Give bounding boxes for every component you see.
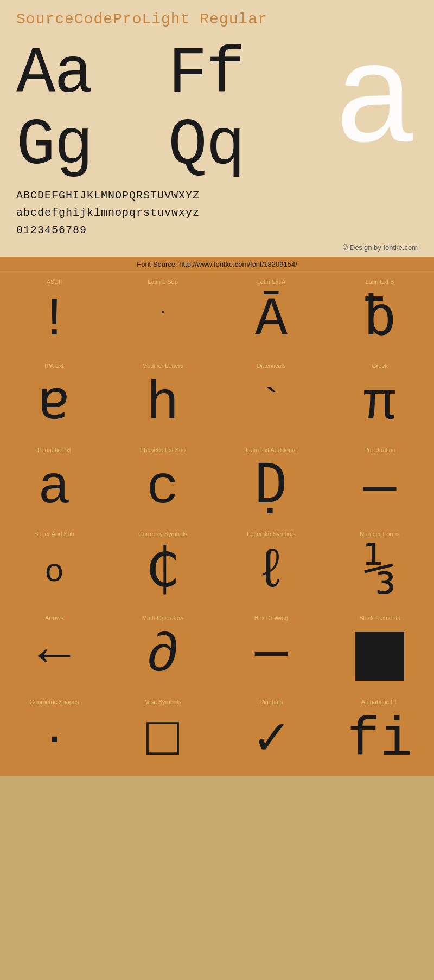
grid-cell-phoneticext: Phonetic Ext a xyxy=(0,440,108,524)
grid-cell-ipaext: IPA Ext ɐ xyxy=(0,356,108,440)
grid-cell-diacriticals: Diacriticals ` xyxy=(217,356,326,440)
cell-glyph-greek: π xyxy=(328,371,432,438)
grid-cell-currency: Currency Symbols ₵ xyxy=(108,524,217,608)
grid-cell-latin1sup: Latin 1 Sup · xyxy=(108,272,217,356)
cell-glyph-latin1sup: · xyxy=(111,287,215,354)
grid-cell-boxdrawing: Box Drawing ─ xyxy=(217,608,326,692)
grid-cell-punctuation: Punctuation — xyxy=(326,440,434,524)
cell-label-ascii: ASCII xyxy=(47,276,62,286)
cell-label-currency: Currency Symbols xyxy=(138,528,187,538)
cell-glyph-latinextadd: Ḍ xyxy=(219,455,323,522)
black-square-shape xyxy=(355,632,404,681)
letter-group-row1: Aa Ff xyxy=(16,38,244,110)
cell-label-punctuation: Punctuation xyxy=(364,444,395,454)
glyph-grid: ASCII ! Latin 1 Sup · Latin Ext A Ā Lati… xyxy=(0,272,434,776)
cell-label-greek: Greek xyxy=(372,360,388,370)
cell-glyph-arrows: ← xyxy=(2,623,106,690)
grid-cell-dingbats: Dingbats ✓ xyxy=(217,692,326,776)
cell-glyph-ipaext: ɐ xyxy=(2,371,106,438)
cell-glyph-diacriticals: ` xyxy=(219,371,323,438)
grid-cell-greek: Greek π xyxy=(326,356,434,440)
grid-cell-ascii: ASCII ! xyxy=(0,272,108,356)
top-section: SourceCodeProLight Regular Aa Ff Gg Qq a… xyxy=(0,0,434,257)
cell-label-alphabeticpf: Alphabetic PF xyxy=(361,697,398,706)
cell-label-blockelements: Block Elements xyxy=(359,612,400,622)
cell-label-miscsymbols: Misc Symbols xyxy=(144,697,181,706)
cell-glyph-phoneticextsup: c xyxy=(111,455,215,522)
copyright: © Design by fontke.com xyxy=(16,243,418,252)
grid-cell-geometricshapes: Geometric Shapes ▪ xyxy=(0,692,108,776)
grid-cell-mathoperators: Math Operators ∂ xyxy=(108,608,217,692)
source-bar: Font Source: http://www.fontke.com/font/… xyxy=(0,257,434,272)
cell-glyph-punctuation: — xyxy=(328,455,432,522)
cell-label-modletters: Modifier Letters xyxy=(142,360,183,370)
cell-label-phoneticext: Phonetic Ext xyxy=(37,444,71,454)
grid-cell-superandsub: Super And Sub o xyxy=(0,524,108,608)
alphabet-section: ABCDEFGHIJKLMNOPQRSTUVWXYZ abcdefghijklm… xyxy=(16,187,418,239)
cell-label-latinextb: Latin Ext B xyxy=(365,276,394,286)
uppercase-line: ABCDEFGHIJKLMNOPQRSTUVWXYZ xyxy=(16,187,418,204)
cell-label-latinexta: Latin Ext A xyxy=(257,276,286,286)
lowercase-line: abcdefghijklmnopqrstuvwxyz xyxy=(16,204,418,222)
cell-label-letterlike: Letterlike Symbols xyxy=(247,528,296,538)
cell-label-diacriticals: Diacriticals xyxy=(257,360,285,370)
cell-glyph-superandsub: o xyxy=(2,539,106,606)
cell-label-geometricshapes: Geometric Shapes xyxy=(29,697,79,706)
cell-label-dingbats: Dingbats xyxy=(259,697,283,706)
grid-cell-letterlike: Letterlike Symbols ℓ xyxy=(217,524,326,608)
cell-glyph-latinexta: Ā xyxy=(219,287,323,354)
cell-glyph-numberforms: ⅓ xyxy=(328,539,432,606)
cell-glyph-letterlike: ℓ xyxy=(219,539,323,606)
cell-label-arrows: Arrows xyxy=(45,612,63,622)
cell-glyph-mathoperators: ∂ xyxy=(111,623,215,690)
grid-cell-phoneticextsup: Phonetic Ext Sup c xyxy=(108,440,217,524)
grid-cell-latinexta: Latin Ext A Ā xyxy=(217,272,326,356)
cell-glyph-boxdrawing: ─ xyxy=(219,623,323,690)
cell-label-phoneticextsup: Phonetic Ext Sup xyxy=(140,444,186,454)
cell-label-ipaext: IPA Ext xyxy=(44,360,63,370)
large-letters-display: Aa Ff Gg Qq a xyxy=(16,38,418,182)
big-a-overlay: a xyxy=(333,33,418,174)
cell-glyph-latinextb: ƀ xyxy=(328,287,432,354)
cell-label-boxdrawing: Box Drawing xyxy=(254,612,288,622)
grid-cell-miscsymbols: Misc Symbols □ xyxy=(108,692,217,776)
cell-label-latinextadd: Latin Ext Additional xyxy=(246,444,297,454)
grid-cell-arrows: Arrows ← xyxy=(0,608,108,692)
letter-group-row2: Gg Qq xyxy=(16,110,244,182)
grid-cell-modletters: Modifier Letters h xyxy=(108,356,217,440)
cell-glyph-currency: ₵ xyxy=(111,539,215,606)
cell-label-numberforms: Number Forms xyxy=(360,528,399,538)
cell-label-superandsub: Super And Sub xyxy=(34,528,74,538)
cell-glyph-miscsymbols: □ xyxy=(111,707,215,774)
grid-cell-blockelements: Block Elements xyxy=(326,608,434,692)
digits-line: 0123456789 xyxy=(16,222,418,239)
cell-glyph-geometricshapes: ▪ xyxy=(2,707,106,774)
cell-glyph-modletters: h xyxy=(111,371,215,438)
cell-glyph-dingbats: ✓ xyxy=(219,707,323,774)
grid-cell-alphabeticpf: Alphabetic PF fi xyxy=(326,692,434,776)
grid-cell-latinextb: Latin Ext B ƀ xyxy=(326,272,434,356)
grid-cell-latinextadd: Latin Ext Additional Ḍ xyxy=(217,440,326,524)
cell-glyph-ascii: ! xyxy=(2,287,106,354)
cell-label-mathoperators: Math Operators xyxy=(142,612,183,622)
cell-label-latin1sup: Latin 1 Sup xyxy=(148,276,178,286)
grid-cell-numberforms: Number Forms ⅓ xyxy=(326,524,434,608)
cell-glyph-blockelements xyxy=(328,623,432,690)
cell-glyph-alphabeticpf: fi xyxy=(328,707,432,774)
cell-glyph-phoneticext: a xyxy=(2,455,106,522)
